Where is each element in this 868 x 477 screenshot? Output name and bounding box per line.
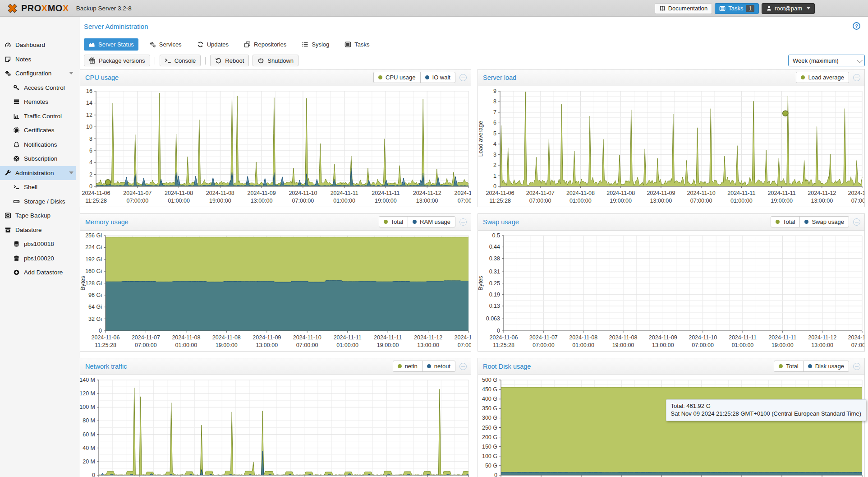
svg-text:350 G: 350 G (482, 405, 497, 412)
svg-text:2024-11-12: 2024-11-12 (808, 190, 836, 196)
sidebar-item-subscription[interactable]: Subscription (0, 152, 76, 166)
documentation-button[interactable]: Documentation (655, 3, 712, 14)
collapse-tool-icon[interactable] (459, 218, 467, 226)
sidebar-item-label: Add Datastore (24, 269, 63, 276)
sidebar-item-label: Certificates (24, 127, 55, 134)
sidebar-item-notes[interactable]: Notes (0, 52, 76, 67)
tab-syslog[interactable]: Syslog (297, 38, 334, 51)
svg-text:450 G: 450 G (482, 386, 497, 393)
sidebar-item-label: pbs100020 (24, 255, 54, 262)
sidebar-item-notifications[interactable]: Notifications (0, 138, 76, 152)
hdd-icon (13, 198, 20, 205)
panel-memory: Memory usageTotalRAM usage256 Gi224 Gi19… (80, 213, 471, 352)
tape-icon (4, 212, 12, 219)
sidebar-item-traffic-control[interactable]: Traffic Control (0, 109, 76, 124)
svg-text:100 M: 100 M (80, 404, 95, 410)
svg-text:2024-11-12: 2024-11-12 (808, 334, 836, 341)
legend-dot-icon (378, 75, 382, 79)
help-icon[interactable]: ? (853, 22, 860, 30)
svg-text:0: 0 (99, 328, 102, 334)
sidebar-item-pbs100018[interactable]: pbs100018 (0, 237, 76, 251)
sidebar-nav: DashboardNotesConfigurationAccess Contro… (0, 17, 76, 477)
sidebar-splitter[interactable] (76, 17, 80, 477)
tab-server-status[interactable]: Server Status (84, 38, 138, 51)
sidebar-item-datastore[interactable]: Datastore (0, 223, 76, 237)
chevron-down-icon (807, 7, 810, 9)
sidebar-item-label: Subscription (24, 155, 57, 162)
collapse-tool-icon[interactable] (853, 74, 860, 81)
chart-cpu[interactable]: 16141210864202024-11-0611:25:282024-11-0… (80, 86, 471, 207)
reboot-button[interactable]: Reboot (210, 55, 249, 66)
chart-network[interactable]: 140 M120 M100 M80 M60 M40 M20 M02024-11-… (80, 375, 471, 477)
svg-text:19:00:00: 19:00:00 (612, 342, 634, 348)
collapse-tool-icon[interactable] (459, 74, 467, 81)
tab-tasks[interactable]: Tasks (340, 38, 374, 51)
svg-text:2024-11-10: 2024-11-10 (687, 190, 716, 196)
sidebar-item-administration[interactable]: Administration (0, 166, 76, 181)
svg-text:0: 0 (92, 472, 95, 477)
svg-text:0.31: 0.31 (489, 269, 500, 275)
shutdown-button[interactable]: Shutdown (253, 55, 299, 66)
collapse-tool-icon[interactable] (459, 363, 467, 370)
sidebar-item-access-control[interactable]: Access Control (0, 81, 76, 95)
collapse-tool-icon[interactable] (853, 363, 860, 370)
legend-item[interactable]: netout (422, 361, 455, 371)
svg-text:07:00:00: 07:00:00 (458, 342, 471, 348)
svg-text:200 G: 200 G (482, 434, 497, 440)
chart-load[interactable]: 98765432102024-11-0611:25:282024-11-0707… (478, 86, 864, 207)
svg-text:128 Gi: 128 Gi (85, 280, 102, 287)
panel-header: Server loadLoad average (478, 69, 864, 86)
legend-item[interactable]: netin (393, 361, 422, 371)
tab-repositories[interactable]: Repositories (239, 38, 291, 51)
sidebar-item-pbs100020[interactable]: pbs100020 (0, 251, 76, 266)
svg-text:40 M: 40 M (83, 445, 95, 451)
console-button[interactable]: Console (160, 55, 201, 66)
legend-dot-icon (808, 364, 812, 368)
legend-item[interactable]: Disk usage (803, 361, 849, 371)
collapse-tool-icon[interactable] (853, 218, 860, 226)
sidebar-item-storage-disks[interactable]: Storage / Disks (0, 195, 76, 209)
user-menu-button[interactable]: root@pam (762, 3, 815, 14)
svg-text:4: 4 (493, 141, 496, 147)
expander-arrow-icon[interactable] (69, 171, 73, 174)
chart-rootdisk[interactable]: 500 G450 G400 G350 G300 G250 G200 G150 G… (478, 375, 864, 477)
legend-item[interactable]: Swap usage (799, 217, 849, 227)
svg-text:3: 3 (493, 152, 496, 158)
page-title: Server Administration (84, 23, 148, 30)
svg-text:0: 0 (493, 183, 496, 190)
sidebar-item-configuration[interactable]: Configuration (0, 66, 76, 81)
svg-text:13:00:00: 13:00:00 (256, 342, 278, 348)
sidebar-item-shell[interactable]: Shell (0, 180, 76, 195)
sidebar-item-certificates[interactable]: Certificates (0, 123, 76, 138)
tasks-button[interactable]: Tasks 1 (715, 3, 759, 14)
tab-services[interactable]: Services (145, 38, 186, 51)
legend-item[interactable]: IO wait (420, 72, 455, 83)
legend-item[interactable]: CPU usage (374, 72, 420, 83)
expander-arrow-icon[interactable] (69, 72, 73, 74)
timeframe-combo[interactable]: Week (maximum) (788, 55, 865, 66)
svg-text:2024-11-06: 2024-11-06 (486, 190, 514, 196)
legend-item[interactable]: Total (771, 217, 799, 227)
chart-swap[interactable]: 0.50.440.380.310.250.190.130.06302024-11… (478, 231, 864, 352)
legend-item[interactable]: RAM usage (408, 217, 455, 227)
svg-text:2024-11-09: 2024-11-09 (647, 190, 675, 196)
svg-text:2024-11-11: 2024-11-11 (334, 334, 362, 341)
svg-text:2024-11-13: 2024-11-13 (454, 334, 471, 341)
svg-text:07:00:00: 07:00:00 (135, 342, 157, 348)
sidebar-item-add-datastore[interactable]: Add Datastore (0, 265, 76, 280)
top-header-bar: PROXMOX Backup Server 3.2-8 Documentatio… (0, 0, 868, 17)
sidebar-item-remotes[interactable]: Remotes (0, 95, 76, 109)
package-versions-button[interactable]: Package versions (84, 55, 150, 66)
legend-item[interactable]: Load average (796, 72, 849, 83)
tab-updates[interactable]: Updates (193, 38, 233, 51)
sidebar-item-tape-backup[interactable]: Tape Backup (0, 208, 76, 223)
sidebar-item-dashboard[interactable]: Dashboard (0, 38, 76, 52)
legend-item[interactable]: Total (379, 217, 408, 227)
svg-text:19:00:00: 19:00:00 (772, 342, 794, 348)
chart-memory[interactable]: 256 Gi224 Gi192 Gi160 Gi128 Gi96 Gi64 Gi… (80, 231, 471, 352)
legend-item[interactable]: Total (774, 361, 803, 371)
svg-text:2024-11-07: 2024-11-07 (526, 190, 555, 196)
svg-text:400 G: 400 G (482, 396, 497, 402)
panel-title: CPU usage (85, 74, 119, 81)
legend-dot-icon (425, 75, 429, 79)
